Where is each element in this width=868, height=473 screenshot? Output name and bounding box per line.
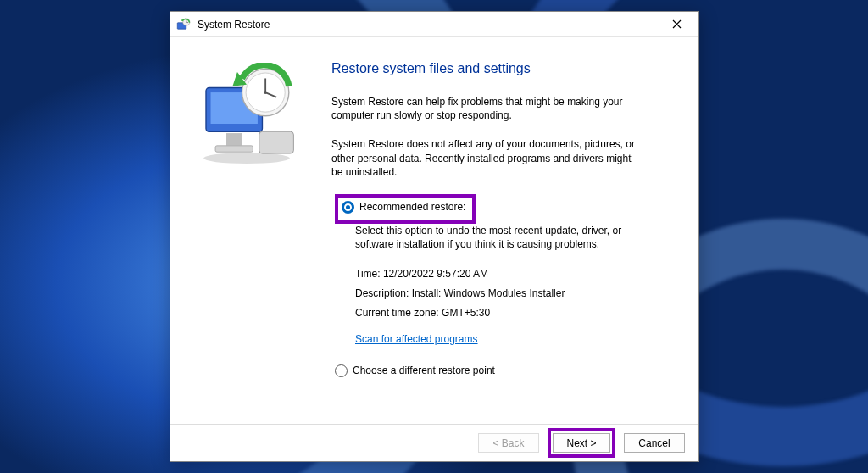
svg-point-3 xyxy=(203,153,290,164)
recommended-restore-label: Recommended restore: xyxy=(359,201,465,213)
choose-different-label: Choose a different restore point xyxy=(353,364,495,376)
description-row: Description: Install: Windows Modules In… xyxy=(355,284,673,303)
recommended-restore-highlight: Recommended restore: xyxy=(335,194,476,224)
back-button: < Back xyxy=(478,433,539,453)
svg-rect-8 xyxy=(259,131,294,153)
system-restore-window: System Restore Restore xyxy=(170,11,699,462)
cancel-button[interactable]: Cancel xyxy=(624,433,685,453)
restore-illustration-icon xyxy=(192,63,302,164)
window-title: System Restore xyxy=(198,19,659,31)
radio-selected-icon xyxy=(342,201,354,214)
close-button[interactable] xyxy=(659,13,693,36)
radio-unselected-icon xyxy=(335,364,348,377)
timezone-row: Current time zone: GMT+5:30 xyxy=(355,303,673,323)
left-pane xyxy=(170,37,323,424)
titlebar[interactable]: System Restore xyxy=(170,12,698,37)
content-pane: Restore system files and settings System… xyxy=(323,37,698,424)
intro-paragraph-2: System Restore does not affect any of yo… xyxy=(331,137,645,179)
next-button-highlight: Next > xyxy=(548,428,615,458)
dialog-body: Restore system files and settings System… xyxy=(170,37,698,424)
svg-rect-7 xyxy=(215,146,253,152)
button-bar: < Back Next > Cancel xyxy=(170,424,698,461)
restore-point-details: Time: 12/20/2022 9:57:20 AM Description:… xyxy=(355,264,673,348)
svg-point-13 xyxy=(264,91,267,94)
time-row: Time: 12/20/2022 9:57:20 AM xyxy=(355,264,673,284)
page-heading: Restore system files and settings xyxy=(331,61,673,76)
next-button[interactable]: Next > xyxy=(553,433,610,453)
recommended-restore-description: Select this option to undo the most rece… xyxy=(355,224,626,251)
choose-different-radio[interactable]: Choose a different restore point xyxy=(335,364,673,377)
restore-options: Recommended restore: Select this option … xyxy=(331,194,673,377)
intro-paragraph-1: System Restore can help fix problems tha… xyxy=(331,95,645,122)
system-restore-icon xyxy=(175,17,191,32)
scan-affected-programs-link[interactable]: Scan for affected programs xyxy=(355,330,478,349)
recommended-restore-radio[interactable]: Recommended restore: xyxy=(342,201,465,214)
svg-rect-6 xyxy=(226,133,242,146)
